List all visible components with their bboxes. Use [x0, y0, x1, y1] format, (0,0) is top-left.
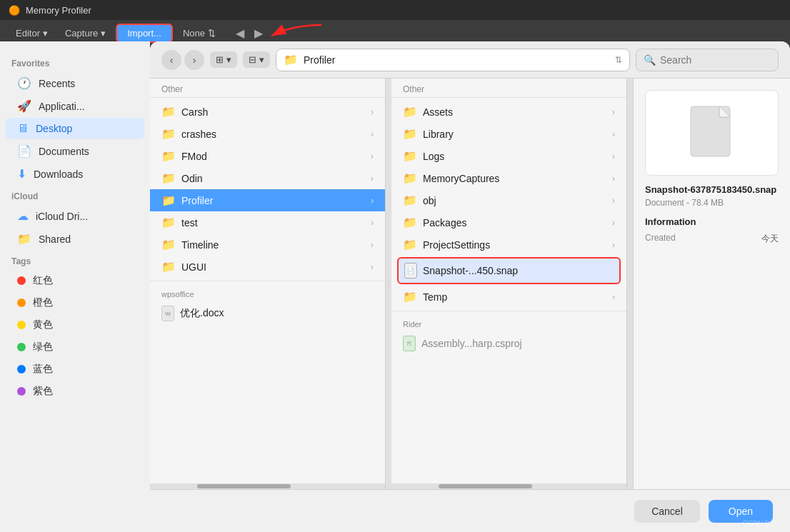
- sidebar-item-tag-orange[interactable]: 橙色: [6, 292, 144, 313]
- tag-red-dot: [17, 276, 26, 285]
- sidebar-item-applications[interactable]: 🚀 Applicati...: [6, 95, 144, 117]
- capture-menu[interactable]: Capture ▾: [58, 25, 113, 41]
- logs-label: Logs: [423, 151, 606, 162]
- fmod-label: FMod: [181, 151, 365, 162]
- left-item-test[interactable]: 📁 test ›: [150, 211, 385, 234]
- library-folder-icon: 📁: [403, 127, 417, 141]
- left-item-docx[interactable]: W 优化.docx: [150, 301, 385, 326]
- view-columns-button[interactable]: ⊞ ▾: [210, 51, 237, 68]
- left-column: Other 📁 Carsh › 📁 crashes › 📁 FMod ›: [150, 79, 386, 489]
- right-item-snapshot[interactable]: 📄 Snapshot-...450.snap: [399, 259, 619, 283]
- sidebar-item-tag-yellow[interactable]: 黄色: [6, 314, 144, 336]
- left-item-carsh[interactable]: 📁 Carsh ›: [150, 101, 385, 123]
- right-item-assets[interactable]: 📁 Assets ›: [391, 101, 626, 123]
- columns-chevron: ▾: [226, 54, 231, 65]
- left-item-profiler[interactable]: 📁 Profiler ›: [150, 189, 385, 211]
- watermark: CSDN@金刚: [743, 519, 785, 529]
- crashes-chevron: ›: [371, 129, 374, 139]
- right-item-memorycaptures[interactable]: 📁 MemoryCaptures ›: [391, 167, 626, 189]
- sidebar-item-documents[interactable]: 📄 Documents: [6, 140, 144, 162]
- left-scrollbar[interactable]: [150, 483, 385, 489]
- obj-chevron: ›: [612, 196, 615, 206]
- documents-icon: 📄: [17, 144, 31, 158]
- created-label: Created: [645, 233, 676, 245]
- none-selector[interactable]: None ⇅: [176, 25, 223, 41]
- right-item-library[interactable]: 📁 Library ›: [391, 123, 626, 145]
- preview-icon-area: [645, 90, 779, 176]
- right-item-packages[interactable]: 📁 Packages ›: [391, 211, 626, 234]
- timeline-label: Timeline: [181, 239, 365, 251]
- right-item-projectsettings[interactable]: 📁 ProjectSettings ›: [391, 234, 626, 256]
- editor-menu[interactable]: Editor ▾: [9, 25, 55, 41]
- tag-purple-dot: [17, 387, 26, 396]
- sidebar-item-tag-red[interactable]: 红色: [6, 270, 144, 291]
- test-chevron: ›: [371, 218, 374, 228]
- packages-folder-icon: 📁: [403, 216, 417, 229]
- logs-folder-icon: 📁: [403, 149, 417, 163]
- left-item-timeline[interactable]: 📁 Timeline ›: [150, 234, 385, 256]
- dialog-toolbar: ‹ › ⊞ ▾ ⊟ ▾ 📁 Profiler ⇅ 🔍: [150, 41, 790, 79]
- sidebar-item-desktop[interactable]: 🖥 Desktop: [6, 118, 144, 139]
- csproj-icon: R: [403, 336, 416, 351]
- shared-icon: 📁: [17, 232, 31, 246]
- carsh-label: Carsh: [181, 106, 365, 118]
- col-divider-1[interactable]: ⋮: [386, 79, 391, 489]
- left-item-ugui[interactable]: 📁 UGUI ›: [150, 256, 385, 278]
- location-text: Profiler: [304, 54, 335, 66]
- snapshot-item-container[interactable]: 📄 Snapshot-...450.snap: [397, 257, 621, 284]
- ugui-chevron: ›: [371, 262, 374, 272]
- tag-blue-label: 蓝色: [33, 363, 53, 376]
- right-scrollbar[interactable]: [391, 483, 626, 489]
- location-bar[interactable]: 📁 Profiler ⇅: [276, 49, 630, 71]
- search-input[interactable]: [660, 54, 760, 66]
- sidebar-label-desktop: Desktop: [36, 123, 72, 134]
- fmod-chevron: ›: [371, 151, 374, 161]
- sidebar-label-icloud: iCloud Dri...: [36, 211, 88, 222]
- right-item-temp[interactable]: 📁 Temp ›: [391, 286, 626, 308]
- file-dialog: ‹ › ⊞ ▾ ⊟ ▾ 📁 Profiler ⇅ 🔍 Other 📁: [150, 41, 790, 532]
- left-item-fmod[interactable]: 📁 FMod ›: [150, 145, 385, 167]
- left-column-items: 📁 Carsh › 📁 crashes › 📁 FMod › 📁 Odin: [150, 98, 385, 483]
- sidebar-item-tag-green[interactable]: 绿色: [6, 336, 144, 358]
- sidebar-label-applications: Applicati...: [39, 101, 85, 112]
- assets-label: Assets: [423, 106, 606, 118]
- location-chevron: ⇅: [615, 55, 622, 65]
- forward-button[interactable]: ›: [184, 50, 204, 70]
- left-item-crashes[interactable]: 📁 crashes ›: [150, 123, 385, 145]
- logs-chevron: ›: [612, 151, 615, 161]
- sidebar-item-tag-purple[interactable]: 紫色: [6, 381, 144, 402]
- left-item-odin[interactable]: 📁 Odin ›: [150, 167, 385, 189]
- view-grid-button[interactable]: ⊟ ▾: [243, 51, 270, 68]
- carsh-chevron: ›: [371, 107, 374, 117]
- left-section-divider: [150, 281, 385, 281]
- import-button[interactable]: Import...: [116, 24, 173, 43]
- ugui-label: UGUI: [181, 261, 365, 273]
- sidebar-item-recents[interactable]: 🕐 Recents: [6, 72, 144, 94]
- tag-orange-dot: [17, 298, 26, 307]
- cancel-button[interactable]: Cancel: [634, 500, 700, 523]
- desktop-icon: 🖥: [17, 122, 29, 135]
- location-folder-icon: 📁: [284, 53, 298, 66]
- sidebar-item-tag-blue[interactable]: 蓝色: [6, 358, 144, 380]
- col-divider-2[interactable]: ⋮: [627, 79, 633, 489]
- dialog-content: Other 📁 Carsh › 📁 crashes › 📁 FMod ›: [150, 79, 790, 489]
- sidebar-item-icloud[interactable]: ☁ iCloud Dri...: [6, 205, 144, 227]
- sidebar-item-downloads[interactable]: ⬇ Downloads: [6, 163, 144, 185]
- icloud-section-title: iCloud: [0, 186, 150, 204]
- toolbar-nav: ‹ ›: [161, 50, 204, 70]
- tag-purple-label: 紫色: [33, 385, 53, 398]
- odin-label: Odin: [181, 173, 365, 184]
- nav-back[interactable]: ◀: [231, 25, 249, 41]
- library-label: Library: [423, 129, 606, 140]
- back-button[interactable]: ‹: [161, 50, 181, 70]
- file-large-icon: [687, 103, 737, 164]
- sidebar-item-shared[interactable]: 📁 Shared: [6, 228, 144, 250]
- memorycaptures-folder-icon: 📁: [403, 171, 417, 185]
- right-item-csproj[interactable]: R Assembly...harp.csproj: [391, 331, 626, 356]
- icloud-icon: ☁: [17, 209, 29, 223]
- carsh-folder-icon: 📁: [161, 105, 176, 119]
- right-item-obj[interactable]: 📁 obj ›: [391, 189, 626, 211]
- timeline-chevron: ›: [371, 240, 374, 250]
- right-column-items: 📁 Assets › 📁 Library › 📁 Logs › 📁 Memory…: [391, 98, 626, 483]
- right-item-logs[interactable]: 📁 Logs ›: [391, 145, 626, 167]
